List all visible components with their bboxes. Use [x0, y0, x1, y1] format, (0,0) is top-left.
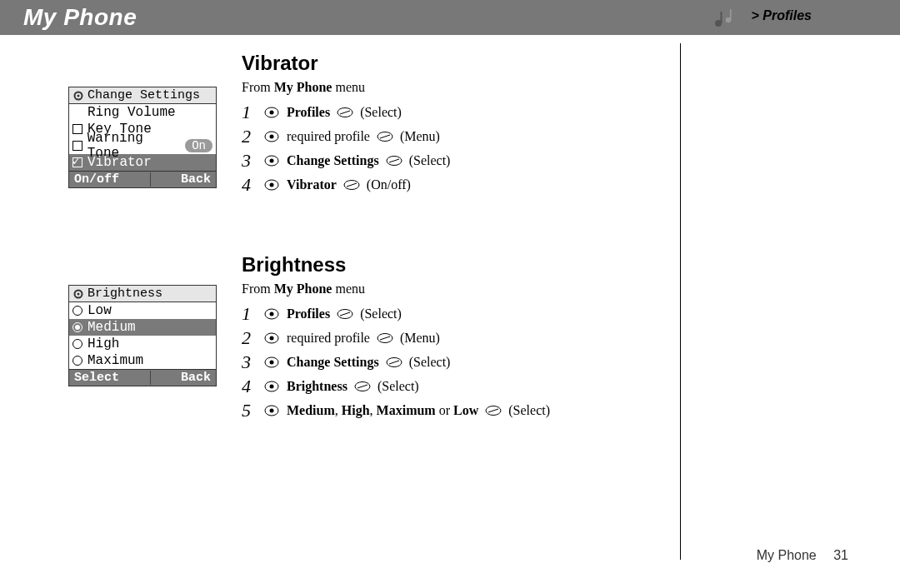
text: From — [242, 80, 274, 94]
step-number: 3 — [242, 351, 257, 373]
softkey-left[interactable]: Select — [74, 371, 119, 385]
step-number: 4 — [242, 376, 257, 397]
list-item-label: Low — [88, 303, 112, 318]
step-text: required profile — [287, 331, 370, 346]
svg-point-21 — [270, 183, 274, 187]
svg-line-15 — [380, 135, 390, 138]
step-bold: Change Settings — [287, 153, 379, 168]
step-bold: Low — [453, 403, 478, 417]
step-text: (Select) — [409, 153, 451, 168]
svg-line-11 — [340, 111, 350, 114]
section-title: Vibrator — [242, 52, 450, 75]
svg-point-37 — [270, 385, 274, 389]
step-text: (Menu) — [400, 129, 440, 144]
step-number: 3 — [242, 150, 257, 172]
steps-list: 1 Profiles (Select) 2 required profile (… — [242, 102, 450, 196]
step-bold: Vibrator — [287, 177, 337, 192]
step-bold: Profiles — [287, 306, 330, 321]
nav-key-icon — [263, 178, 280, 192]
step-text: (Select) — [508, 403, 550, 418]
page-number: 31 — [833, 548, 848, 562]
phone-screen-change-settings: Change Settings Ring Volume Key Tone War… — [68, 87, 217, 188]
action-key-icon — [485, 404, 502, 417]
step-number: 1 — [242, 102, 257, 123]
list-item[interactable]: Low — [69, 302, 216, 319]
footer-section: My Phone — [757, 548, 817, 562]
action-key-icon — [337, 307, 353, 321]
softkey-right[interactable]: Back — [181, 371, 211, 385]
text: , — [370, 403, 377, 417]
softkey-divider — [150, 371, 151, 385]
svg-point-29 — [270, 336, 274, 341]
gear-icon — [72, 288, 84, 300]
step-row: 5 Medium, High, Maximum or Low (Select) — [242, 400, 550, 421]
softkey-bar: Select Back — [69, 369, 216, 386]
music-notes-icon — [712, 7, 735, 30]
page-footer: My Phone 31 — [757, 548, 848, 563]
checkbox-icon — [72, 124, 82, 134]
nav-key-icon — [263, 130, 280, 143]
nav-key-icon — [263, 380, 280, 393]
action-key-icon — [377, 130, 393, 143]
text: menu — [332, 282, 365, 296]
action-key-icon — [377, 331, 393, 345]
checkbox-checked-icon — [72, 157, 82, 167]
svg-point-33 — [270, 361, 274, 365]
step-row: 3 Change Settings (Select) — [242, 351, 550, 373]
from-line: From My Phone menu — [242, 282, 550, 296]
svg-line-23 — [347, 183, 357, 187]
svg-point-9 — [270, 111, 274, 115]
softkey-left[interactable]: On/off — [74, 172, 119, 187]
softkey-right[interactable]: Back — [181, 172, 211, 187]
step-text: (Select) — [409, 355, 451, 370]
checkbox-icon — [72, 141, 82, 151]
step-text: (On/off) — [367, 177, 411, 192]
gear-icon — [72, 90, 84, 102]
svg-rect-3 — [730, 9, 732, 20]
svg-line-43 — [488, 409, 498, 412]
list-item[interactable]: Maximum — [69, 352, 216, 369]
step-number: 4 — [242, 174, 257, 196]
section-brightness: Brightness From My Phone menu 1 Profiles… — [242, 253, 550, 424]
list-item[interactable]: High — [69, 336, 216, 352]
step-bold: Change Settings — [287, 355, 379, 370]
step-text: (Select) — [360, 105, 402, 120]
steps-list: 1 Profiles (Select) 2 required profile (… — [242, 303, 550, 421]
list-item[interactable]: Ring Volume — [69, 104, 216, 121]
list-item-label: Medium — [88, 320, 136, 335]
nav-key-icon — [263, 404, 280, 417]
nav-key-icon — [263, 106, 280, 119]
radio-icon — [72, 339, 82, 349]
action-key-icon — [354, 380, 371, 393]
step-bold: High — [342, 403, 370, 417]
phone-title-bar: Brightness — [69, 286, 216, 302]
step-row: 4 Brightness (Select) — [242, 376, 550, 397]
action-key-icon — [343, 178, 360, 192]
step-row: 2 required profile (Menu) — [242, 327, 550, 349]
radio-icon — [72, 306, 82, 316]
softkey-bar: On/off Back — [69, 171, 216, 187]
nav-key-icon — [263, 307, 280, 321]
step-row: 1 Profiles (Select) — [242, 102, 450, 123]
svg-line-35 — [389, 361, 399, 364]
phone-title-bar: Change Settings — [69, 87, 216, 104]
radio-selected-icon — [72, 322, 82, 332]
list-item-label: Ring Volume — [88, 105, 176, 120]
svg-rect-1 — [721, 12, 722, 23]
step-bold: Medium — [287, 403, 335, 417]
list-item-label: Maximum — [88, 353, 143, 368]
step-row: 3 Change Settings (Select) — [242, 150, 450, 172]
svg-point-17 — [270, 159, 274, 163]
svg-line-19 — [389, 159, 399, 162]
step-text: (Select) — [378, 379, 419, 394]
step-bold: Maximum — [377, 403, 436, 417]
text-bold: My Phone — [274, 282, 332, 296]
step-row: 4 Vibrator (On/off) — [242, 174, 450, 196]
list-item[interactable]: Warning Tone On — [69, 137, 216, 154]
radio-icon — [72, 356, 82, 366]
text: menu — [332, 80, 365, 94]
step-text: (Select) — [360, 306, 402, 321]
list-item-selected[interactable]: Medium — [69, 319, 216, 336]
step-text: (Menu) — [400, 331, 440, 346]
list-item-selected[interactable]: Vibrator — [69, 154, 216, 171]
